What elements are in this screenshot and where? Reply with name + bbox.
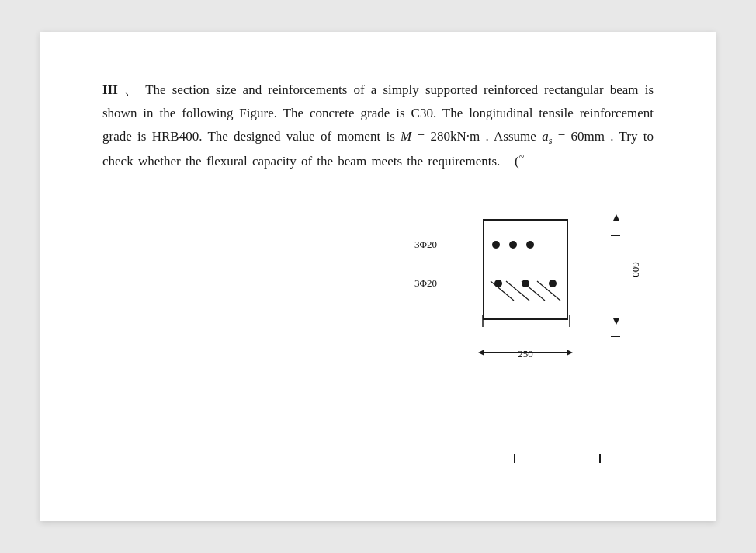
svg-point-6	[549, 280, 557, 287]
svg-point-5	[522, 280, 529, 287]
bottom-rebar-section	[483, 277, 568, 308]
as-value: = 60mm	[552, 129, 605, 144]
svg-line-3	[537, 281, 560, 301]
top-rebar-dot-3	[526, 241, 534, 249]
top-rebar-dot-1	[492, 241, 500, 249]
width-dimension: 250	[483, 343, 568, 359]
problem-text: III 、 The section size and reinforcement…	[102, 78, 654, 172]
as-symbol: a	[542, 129, 549, 144]
problem-number: III	[102, 82, 118, 97]
tilde-mark: ~	[519, 151, 525, 162]
page: III 、 The section size and reinforcement…	[40, 32, 716, 521]
width-arrow-right	[567, 350, 573, 356]
top-rebar-dot-2	[509, 241, 517, 249]
height-arrow-top	[613, 214, 619, 221]
height-label: 600	[629, 263, 641, 278]
beam-diagram: 3Φ20 3Φ20	[452, 203, 622, 359]
moment-symbol: M	[401, 129, 411, 144]
top-rebar-text: 3Φ20	[414, 238, 437, 251]
width-arrow-left	[478, 350, 484, 356]
top-rebar-label: 3Φ20	[414, 238, 437, 251]
svg-point-4	[494, 280, 502, 287]
bottom-rebar-label: 3Φ20	[414, 277, 437, 290]
svg-line-0	[491, 281, 514, 301]
width-tick-right	[599, 454, 601, 463]
figure-area: 3Φ20 3Φ20	[102, 203, 654, 359]
top-rebar-dots	[492, 241, 534, 249]
width-label: 250	[518, 348, 533, 360]
bottom-rebar-text: 3Φ20	[414, 277, 437, 290]
height-dim-line	[616, 219, 617, 320]
moment-equals: = 280kN·m . Assume	[411, 129, 542, 144]
height-tick-bottom	[611, 336, 620, 337]
height-dimension: 600	[607, 219, 622, 320]
height-arrow-bottom	[613, 318, 619, 325]
problem-separator: 、	[124, 82, 139, 97]
bottom-tick-marks	[477, 315, 577, 327]
width-tick-left	[514, 454, 515, 463]
